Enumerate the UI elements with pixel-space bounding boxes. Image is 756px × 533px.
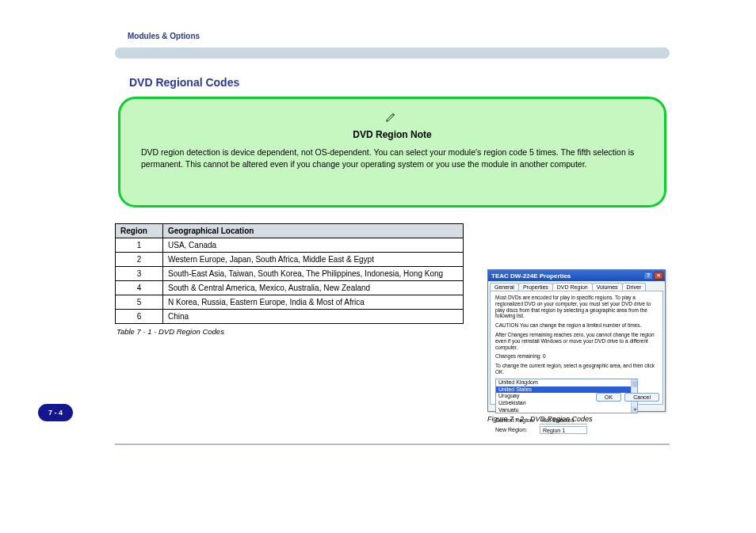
pencil-icon (385, 112, 396, 124)
list-item[interactable]: United Kingdom (496, 379, 637, 386)
tab-volumes[interactable]: Volumes (592, 283, 623, 291)
scrollbar-thumb[interactable] (632, 381, 637, 387)
chapter-label: Modules & Options (128, 32, 200, 40)
figure-caption: Figure 7 - 2 - DVD Region Codes (487, 415, 593, 423)
region-cell: 2 (116, 253, 163, 267)
new-region-label: New Region: (495, 427, 536, 432)
dialog-paragraph-3: Changes remaining: 0 (495, 353, 658, 360)
table-row: 4 South & Central America, Mexico, Austr… (116, 281, 464, 295)
location-cell: South & Central America, Mexico, Austral… (163, 281, 464, 295)
note-paragraph-1: DVD region detection is device dependent… (141, 147, 643, 170)
section-title: DVD Regional Codes (129, 76, 670, 89)
note-body: DVD region detection is device dependent… (141, 147, 643, 170)
dialog-body: Most DVDs are encoded for play in specif… (490, 291, 663, 405)
note-box: DVD Region Note DVD region detection is … (118, 97, 666, 207)
table-row: 1 USA, Canada (116, 238, 464, 253)
dialog-paragraph-2a: CAUTION You can change the region a limi… (495, 322, 658, 329)
region-cell: 5 (116, 295, 163, 310)
header-bar: Modules & Options (115, 48, 670, 59)
region-cell: 4 (116, 281, 163, 295)
location-cell: Western Europe, Japan, South Africa, Mid… (163, 253, 464, 267)
tab-driver[interactable]: Driver (622, 283, 647, 291)
ok-button[interactable]: OK (596, 393, 621, 402)
dialog-tabs: General Properties DVD Region Volumes Dr… (488, 281, 665, 291)
help-icon[interactable]: ? (643, 272, 653, 280)
dialog-paragraph-1: Most DVDs are encoded for play in specif… (495, 295, 658, 319)
note-title: DVD Region Note (141, 129, 643, 140)
list-item[interactable]: Vanuatu (496, 407, 637, 413)
dialog-title: TEAC DW-224E Properties (491, 272, 571, 280)
location-cell: China (163, 310, 464, 324)
table-row: 5 N Korea, Russia, Eastern Europe, India… (116, 295, 464, 310)
chevron-down-icon[interactable]: ▾ (632, 406, 638, 413)
region-cell: 1 (116, 238, 163, 253)
dialog-titlebar[interactable]: TEAC DW-224E Properties ? × (488, 270, 665, 281)
tab-properties[interactable]: Properties (518, 283, 553, 291)
col-header-location: Geographical Location (163, 224, 464, 238)
list-item[interactable]: United States (496, 386, 637, 394)
tab-general[interactable]: General (490, 283, 519, 291)
cancel-button[interactable]: Cancel (624, 393, 659, 402)
region-cell: 3 (116, 267, 163, 281)
region-table: Region Geographical Location 1 USA, Cana… (115, 223, 464, 324)
dialog-paragraph-4: To change the current region, select a g… (495, 363, 658, 375)
location-cell: USA, Canada (163, 238, 464, 253)
dialog-paragraph-2b: After Changes remaining reaches zero, yo… (495, 332, 658, 350)
note-icon-row (141, 112, 643, 124)
location-cell: South-East Asia, Taiwan, South Korea, Th… (163, 267, 464, 281)
table-row: 2 Western Europe, Japan, South Africa, M… (116, 253, 464, 267)
region-cell: 6 (116, 310, 163, 324)
close-icon[interactable]: × (654, 272, 663, 280)
footer-divider (115, 444, 670, 445)
tab-dvd-region[interactable]: DVD Region (552, 283, 593, 291)
table-row: 3 South-East Asia, Taiwan, South Korea, … (116, 267, 464, 281)
page-number-badge: 7 - 4 (38, 404, 73, 421)
location-cell: N Korea, Russia, Eastern Europe, India &… (163, 295, 464, 310)
col-header-region: Region (116, 224, 163, 238)
new-region-field[interactable]: Region 1 (540, 426, 587, 434)
table-row: 6 China (116, 310, 464, 324)
dvd-region-properties-dialog: TEAC DW-224E Properties ? × General Prop… (487, 269, 666, 412)
